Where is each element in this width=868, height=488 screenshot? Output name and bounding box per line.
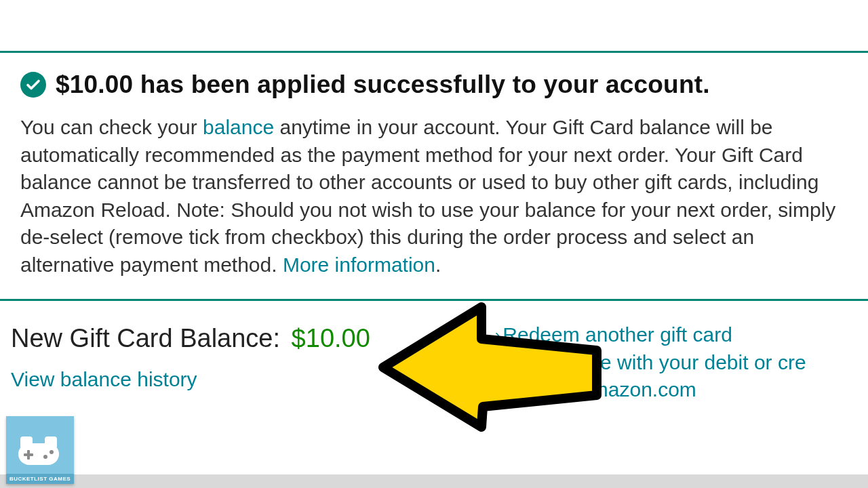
caret-icon: › [495,327,500,344]
success-body: You can check your balance anytime in yo… [20,114,848,279]
reload-balance-link[interactable]: your balance with your debit or cre [495,351,806,373]
success-body-a: You can check your [20,116,203,138]
footer-stripe [0,474,868,488]
balance-amount: $10.00 [292,324,370,352]
view-balance-history-link[interactable]: View balance history [11,368,197,390]
shop-amazon-link[interactable]: pping on Amazon.com [495,378,696,401]
success-banner: $10.00 has been applied successfully to … [0,51,868,301]
success-check-icon [20,72,46,98]
more-info-link[interactable]: More information [283,253,435,276]
bucketlist-games-logo: BUCKETLIST GAMES [6,416,74,484]
redeem-another-link[interactable]: Redeem another gift card [502,323,732,346]
balance-label: New Gift Card Balance: [11,324,288,352]
action-links: ›Redeem another gift card your balance w… [495,321,806,404]
success-body-period: . [435,253,441,276]
logo-label: BUCKETLIST GAMES [6,474,74,484]
balance-section: New Gift Card Balance: $10.00 View balan… [0,301,868,391]
success-body-b: anytime in your account. Your Gift Card … [20,116,835,276]
gamepad-icon [18,443,59,465]
balance-link[interactable]: balance [203,116,274,138]
success-headline: $10.00 has been applied successfully to … [56,70,710,99]
